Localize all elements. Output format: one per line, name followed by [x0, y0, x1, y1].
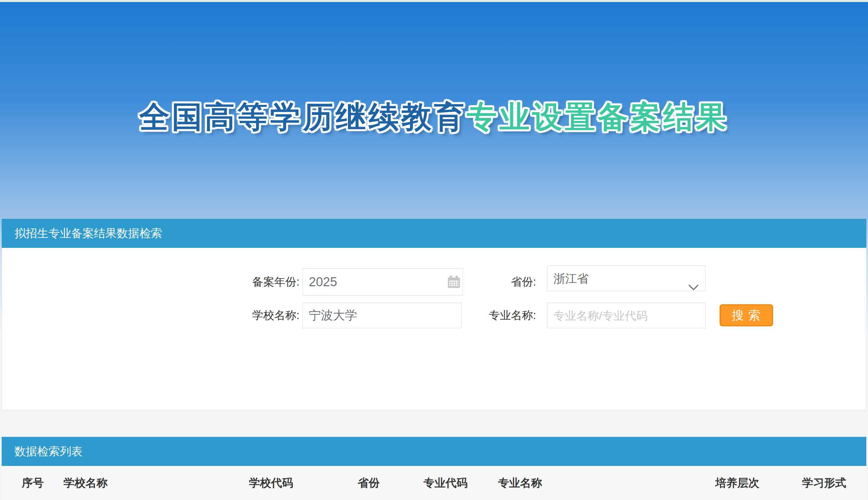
column-header-province: 省份: [358, 476, 423, 491]
column-header-study-form: 学习形式: [802, 476, 866, 491]
results-panel: 数据检索列表 序号 学校名称 学校代码 省份 专业代码 专业名称 培养层次 学习…: [2, 437, 866, 500]
search-panel: 拟招生专业备案结果数据检索 备案年份: 省份: 浙江省: [2, 219, 866, 410]
year-label: 备案年份:: [216, 275, 300, 288]
column-header-major-name: 专业名称: [498, 476, 715, 491]
column-header-level: 培养层次: [715, 476, 802, 491]
search-panel-header: 拟招生专业备案结果数据检索: [2, 219, 866, 248]
major-name-label: 专业名称:: [469, 309, 536, 322]
column-header-major-code: 专业代码: [423, 476, 498, 491]
page-title-part2: 专业设置备案结果: [467, 100, 729, 134]
school-name-input[interactable]: [302, 303, 461, 328]
chevron-down-icon: [688, 274, 699, 299]
province-label: 省份:: [469, 275, 536, 288]
page-banner: 全国高等学历继续教育专业设置备案结果: [0, 2, 868, 219]
year-input[interactable]: [302, 268, 463, 296]
column-header-school-name: 学校名称: [64, 476, 249, 491]
school-name-label: 学校名称:: [216, 309, 300, 322]
results-panel-header: 数据检索列表: [2, 437, 866, 466]
page-title: 全国高等学历继续教育专业设置备案结果: [0, 2, 868, 134]
province-select-value: 浙江省: [554, 272, 589, 285]
results-table-header-row: 序号 学校名称 学校代码 省份 专业代码 专业名称 培养层次 学习形式: [2, 466, 866, 500]
calendar-icon[interactable]: [446, 274, 461, 289]
page-title-part1: 全国高等学历继续教育: [140, 100, 467, 134]
province-select[interactable]: 浙江省: [547, 265, 705, 291]
search-form: 备案年份: 省份: 浙江省 学: [2, 248, 866, 410]
search-button[interactable]: 搜 索: [720, 304, 773, 326]
major-name-input[interactable]: [547, 303, 705, 328]
column-header-index: 序号: [22, 476, 64, 491]
column-header-school-code: 学校代码: [249, 476, 358, 491]
